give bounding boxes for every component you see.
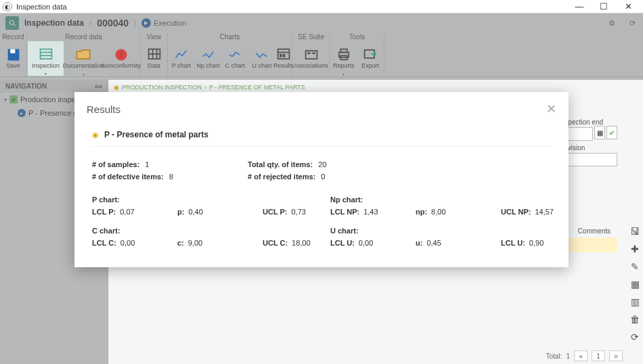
- data-button[interactable]: Data: [141, 41, 167, 76]
- tab-comments[interactable]: Comments: [578, 227, 611, 235]
- folder-icon: [75, 49, 91, 61]
- modal-close-button[interactable]: ✕: [546, 101, 556, 116]
- pager: Total: 1 « 1 »: [546, 350, 623, 361]
- calendar-icon[interactable]: ▦: [594, 126, 605, 139]
- page-next[interactable]: »: [609, 350, 623, 361]
- export-icon: [362, 49, 378, 61]
- svg-rect-16: [283, 53, 286, 57]
- svg-rect-15: [280, 53, 282, 57]
- svg-rect-3: [10, 49, 15, 53]
- save-icon[interactable]: 🖫: [629, 226, 640, 237]
- eye-icon: ◉: [114, 84, 119, 91]
- npchart-button[interactable]: Np chart: [195, 41, 222, 76]
- chevron-down-icon: ▾: [45, 71, 47, 76]
- inspection-button[interactable]: Inspection ▾: [27, 41, 64, 76]
- results-button[interactable]: Results: [275, 41, 292, 76]
- chart-line-icon: [173, 49, 190, 61]
- alert-icon: !: [113, 49, 129, 61]
- documentation-button[interactable]: Documentation ▾: [64, 41, 102, 76]
- printer-icon: [336, 49, 352, 61]
- export-button[interactable]: Export: [357, 41, 384, 76]
- stats-block: # of samples:1 Total qty. of items:20 # …: [92, 160, 551, 247]
- chevron-down-icon: ▾: [83, 72, 85, 76]
- calendar-icon[interactable]: ▦: [629, 279, 640, 290]
- crumb-b: P - PRESENCE OF METAL PARTS: [209, 84, 305, 91]
- minimize-button[interactable]: —: [567, 0, 592, 14]
- svg-rect-4: [40, 49, 51, 58]
- app-icon: ◐: [3, 2, 12, 12]
- modal-subtitle: P - Presence of metal parts: [104, 130, 208, 139]
- add-icon[interactable]: ✚: [629, 244, 640, 254]
- crumb-a[interactable]: PRODUCTION INSPECTION: [122, 84, 202, 91]
- chevron-down-icon: ▾: [342, 72, 345, 76]
- grid-icon: [38, 49, 54, 61]
- window-title: Inspection data: [16, 3, 567, 11]
- save-icon: [5, 49, 22, 61]
- edit-icon[interactable]: ✎: [629, 261, 640, 272]
- svg-rect-21: [340, 49, 347, 52]
- refresh-icon[interactable]: ⟳: [629, 332, 640, 342]
- chart-line-icon: [227, 49, 243, 61]
- svg-rect-19: [312, 52, 315, 53]
- results-icon: [275, 49, 292, 61]
- chart-line-icon: [200, 49, 217, 61]
- close-button[interactable]: ✕: [616, 0, 640, 14]
- check-icon[interactable]: ✔: [606, 126, 617, 139]
- reports-button[interactable]: Reports ▾: [330, 41, 357, 76]
- page-prev[interactable]: «: [574, 350, 587, 361]
- trash-icon[interactable]: 🗑: [629, 314, 640, 325]
- eye-icon: ◉: [92, 131, 99, 139]
- page-current[interactable]: 1: [592, 350, 605, 361]
- link-icon: [303, 49, 319, 61]
- uchart-button[interactable]: U chart: [248, 41, 275, 76]
- svg-rect-18: [307, 52, 311, 53]
- save-button[interactable]: Save: [0, 41, 26, 76]
- associations-button[interactable]: Associations: [292, 41, 330, 76]
- svg-text:!: !: [120, 49, 122, 59]
- chart-line-icon: [254, 49, 270, 61]
- window-titlebar: ◐ Inspection data — ☐ ✕: [0, 0, 643, 14]
- chevron-right-icon: ›: [204, 84, 206, 91]
- nonconformity-button[interactable]: ! Nonconformity: [102, 41, 140, 76]
- svg-rect-17: [305, 51, 317, 59]
- side-toolbar: 🖫 ✚ ✎ ▦ ▥ 🗑 ⟳: [629, 226, 640, 342]
- maximize-button[interactable]: ☐: [592, 0, 616, 14]
- breadcrumb: ◉ PRODUCTION INSPECTION › P - PRESENCE O…: [114, 84, 638, 91]
- pchart-button[interactable]: P chart: [168, 41, 195, 76]
- barchart-icon[interactable]: ▥: [629, 296, 640, 307]
- results-modal: Results ✕ ◉ P - Presence of metal parts …: [74, 92, 569, 267]
- cchart-button[interactable]: C chart: [222, 41, 249, 76]
- modal-title: Results: [87, 104, 120, 115]
- table-icon: [146, 49, 162, 61]
